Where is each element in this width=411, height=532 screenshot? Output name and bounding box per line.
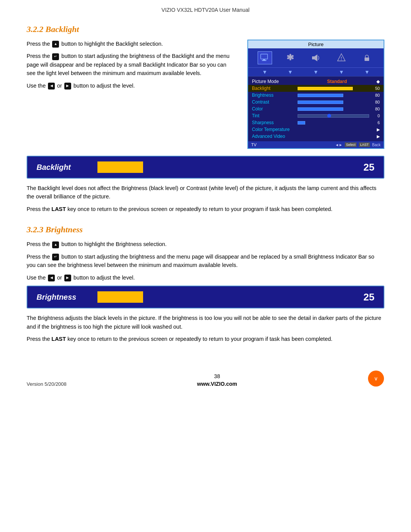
tv-bar-brightness — [298, 93, 369, 97]
section-322-note1: The Backlight level does not affect the … — [27, 184, 384, 201]
tv-bottom-bar: TV ◄► Select LAST Back — [248, 141, 384, 148]
backlight-indicator-value: 25 — [359, 161, 374, 173]
up-button-icon — [52, 41, 59, 48]
tv-bar-sharpness — [298, 120, 369, 125]
tv-label-tint: Tint — [252, 113, 298, 118]
tv-label-sharpness: Sharpness — [252, 120, 298, 125]
section-323-heading: 3.2.3 Brightness — [27, 225, 384, 235]
tv-value-backlight: 50 — [371, 86, 380, 91]
backlight-indicator-track — [97, 160, 352, 174]
section-322-para3: Use the or button to adjust the level. — [27, 81, 236, 90]
tv-title-bar: Picture — [248, 40, 384, 48]
tv-menu-advanced-video: Advanced Video ▶ — [248, 133, 384, 140]
tv-icon-paint — [283, 51, 298, 64]
section-322-row: Press the button to highlight the Backli… — [27, 40, 384, 149]
section-322-heading: 3.2.2 Backlight — [27, 24, 384, 34]
footer-version: Version 5/20/2008 — [27, 381, 67, 387]
section-322-note2: Press the LAST key once to return to the… — [27, 205, 384, 213]
tv-label-backlight: Backlight — [252, 86, 298, 91]
tv-bar-contrast — [298, 100, 369, 104]
brightness-indicator-track — [97, 290, 352, 304]
tv-barfill-contrast — [298, 101, 343, 104]
svg-rect-1 — [263, 59, 265, 60]
tv-value-picture-mode: Standard — [298, 79, 376, 84]
svg-point-7 — [292, 55, 293, 57]
tv-arrow-2: ▼ — [288, 69, 293, 75]
tv-arrow-color-temp: ▶ — [377, 127, 380, 132]
tv-value-tint: 0 — [371, 113, 380, 118]
tv-label-color-temp: Color Temperature — [252, 127, 298, 132]
brightness-indicator-value: 25 — [359, 291, 374, 303]
section-322-para2: Press the button to start adjusting the … — [27, 52, 236, 77]
section-323-para2: Press the button to start adjusting the … — [27, 252, 384, 270]
tv-label-color: Color — [252, 106, 298, 112]
svg-point-6 — [287, 55, 289, 57]
tv-arrow-3: ▼ — [313, 69, 319, 75]
section-322-para1: Press the button to highlight the Backli… — [27, 40, 236, 48]
svg-marker-11 — [314, 54, 317, 61]
svg-point-5 — [289, 59, 291, 61]
brightness-indicator-widget: Brightness 25 — [27, 286, 384, 308]
page-header: VIZIO VX32L HDTV20A User Manual — [0, 0, 411, 17]
tv-bar-advanced-video — [298, 134, 375, 139]
right-button-icon-323 — [64, 275, 71, 281]
tv-arrow-1: ▼ — [262, 69, 268, 75]
backlight-indicator-label: Backlight — [37, 163, 90, 172]
left-button-icon — [48, 83, 55, 89]
section-323-notes: The Brightness adjusts the black levels … — [27, 314, 384, 343]
tv-source: TV — [251, 142, 256, 147]
footer-website: www.VIZIO.com — [197, 381, 237, 387]
tv-tint-bg — [298, 114, 369, 118]
tv-bar-backlight — [298, 86, 369, 91]
section-322-text: Press the button to highlight the Backli… — [27, 40, 236, 149]
enter-button-icon — [52, 53, 59, 60]
tv-label-contrast: Contrast — [252, 99, 298, 105]
svg-rect-0 — [261, 54, 268, 59]
section-323-para1: Press the button to highlight the Bright… — [27, 240, 384, 248]
tv-arrow-row: ▼ ▼ ▼ ▼ ▼ — [248, 68, 384, 77]
tv-icon-clock — [334, 51, 349, 64]
page-footer: Version 5/20/2008 38 www.VIZIO.com V — [0, 359, 411, 395]
section-322: 3.2.2 Backlight Press the button to high… — [27, 24, 384, 213]
section-323-last-bold: LAST — [51, 336, 66, 342]
brightness-indicator-label: Brightness — [37, 293, 90, 302]
tv-screenshot: Picture — [247, 40, 384, 149]
tv-tint-track — [298, 114, 369, 118]
svg-point-8 — [287, 58, 289, 59]
tv-barfill-sharpness — [298, 121, 305, 125]
enter-button-icon-323 — [52, 254, 59, 260]
tv-menu-picture-mode: Picture Mode Standard ◆ — [248, 78, 384, 85]
tv-icons-row — [248, 48, 384, 68]
tv-value-brightness: 80 — [371, 93, 380, 97]
backlight-indicator-widget: Backlight 25 — [27, 156, 384, 179]
tv-tint-dot — [327, 114, 331, 118]
tv-icon-audio — [309, 51, 323, 64]
tv-menu-tint: Tint 0 — [248, 112, 384, 119]
tv-bar-color-temp — [298, 127, 375, 132]
tv-label-brightness: Brightness — [252, 93, 298, 98]
tv-arrow-picture-mode: ◆ — [376, 79, 380, 84]
tv-arrow-4: ▼ — [339, 69, 344, 75]
footer-center: 38 www.VIZIO.com — [197, 373, 237, 387]
tv-value-sharpness: 6 — [371, 120, 380, 125]
svg-point-14 — [341, 59, 342, 60]
tv-bottom-back: Back — [372, 143, 381, 147]
section-323-note2: Press the LAST key once to return to the… — [27, 335, 384, 343]
backlight-indicator-fill — [97, 161, 143, 173]
tv-bar-color — [298, 107, 369, 111]
tv-menu-sharpness: Sharpness 6 — [248, 119, 384, 126]
tv-icon-lock — [360, 51, 374, 64]
section-323: 3.2.3 Brightness Press the button to hig… — [27, 225, 384, 343]
footer-page-num: 38 — [197, 373, 237, 379]
tv-menu-color: Color 80 — [248, 105, 384, 112]
section-322-notes: The Backlight level does not affect the … — [27, 184, 384, 213]
tv-barfill-backlight — [298, 87, 353, 90]
tv-bottom-last: LAST — [359, 142, 370, 147]
tv-arrow-5: ▼ — [364, 69, 370, 75]
up-button-icon-323 — [52, 241, 59, 248]
vizio-logo: V — [368, 370, 384, 387]
section-323-note1: The Brightness adjusts the black levels … — [27, 314, 384, 331]
tv-label-advanced-video: Advanced Video — [252, 134, 298, 139]
tv-menu-brightness: Brightness 80 — [248, 92, 384, 99]
tv-value-color: 80 — [371, 107, 380, 111]
